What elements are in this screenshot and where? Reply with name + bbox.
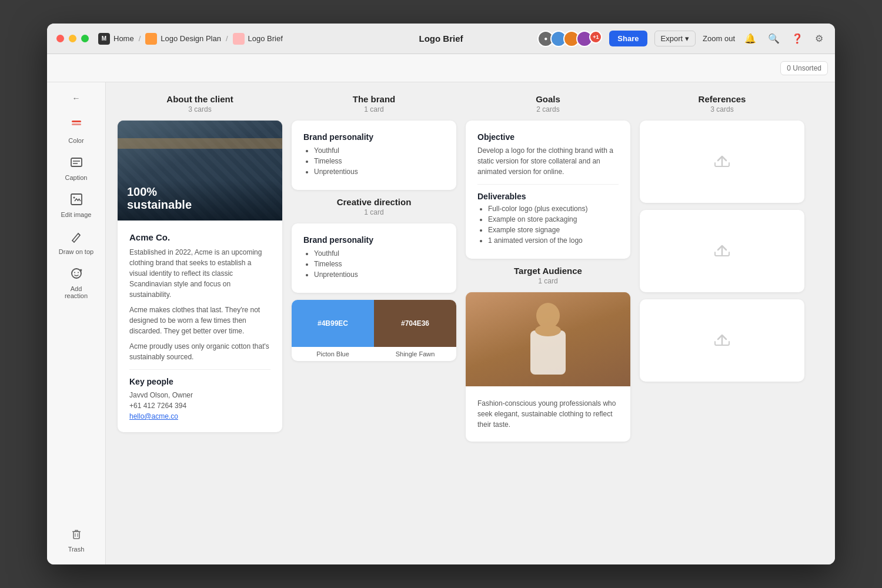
references-subtitle: 3 cards [640, 105, 804, 113]
creative-personality-list: Youthful Timeless Unpretentious [303, 249, 445, 279]
key-people-section: Key people Javvd Olson, Owner +61 412 72… [129, 369, 270, 420]
target-audience-header: Target Audience 1 card [466, 266, 630, 285]
breadcrumb-sep1: / [139, 34, 141, 43]
goals-subtitle: 2 cards [466, 105, 630, 113]
cd-item-1: Timeless [314, 260, 445, 268]
goals-header: Goals 2 cards [466, 94, 630, 113]
key-people-phone: +61 412 7264 394 [129, 402, 270, 410]
plan-label[interactable]: Logo Design Plan [161, 34, 221, 43]
share-button[interactable]: Share [609, 31, 647, 46]
breadcrumb: M Home / Logo Design Plan / Logo Brief [98, 33, 537, 45]
about-client-column: About the client 3 cards 100% sustainabl… [118, 94, 282, 442]
references-header: References 3 cards [640, 94, 804, 113]
sidebar-item-draw-on-top[interactable]: Draw on top [53, 225, 100, 260]
color-label: Color [68, 137, 83, 144]
content-area: About the client 3 cards 100% sustainabl… [106, 82, 835, 564]
objective-desc: Develop a logo for the clothing brand wi… [477, 145, 619, 177]
about-client-card: 100% sustainable Acme Co. Established in… [118, 121, 282, 432]
home-label[interactable]: Home [113, 34, 134, 43]
svg-rect-18 [530, 330, 566, 375]
svg-point-10 [78, 272, 79, 273]
sidebar-back-button[interactable]: ← [65, 89, 88, 107]
breadcrumb-plan[interactable]: Logo Design Plan [145, 33, 221, 45]
svg-point-19 [535, 325, 561, 336]
client-desc3: Acme proudly uses only organic cotton th… [129, 341, 270, 362]
brand-personality-list: Youthful Timeless Unpretentious [303, 146, 445, 176]
key-people-name: Javvd Olson, Owner [129, 391, 270, 399]
breadcrumb-brief[interactable]: Logo Brief [233, 33, 283, 45]
deliverables-title: Deliverables [477, 192, 619, 201]
about-client-title: About the client [118, 94, 282, 104]
goals-card: Objective Develop a logo for the clothin… [466, 121, 630, 259]
zoom-button[interactable]: Zoom out [703, 34, 735, 43]
add-reaction-icon [70, 267, 83, 283]
swatch-shingle-fawn: #704E36 Shingle Fawn [374, 300, 456, 361]
sidebar-item-edit-image[interactable]: Edit image [53, 188, 100, 223]
jeans-text-line1: 100% [127, 185, 192, 198]
brand-personality-inner: Brand personality Youthful Timeless Unpr… [292, 121, 456, 190]
client-desc1: Established in 2022, Acme is an upcoming… [129, 247, 270, 300]
edit-image-label: Edit image [61, 211, 92, 218]
ref-card-2[interactable] [640, 210, 804, 292]
help-icon[interactable]: ❓ [789, 31, 806, 46]
brand-header: The brand 1 card [292, 94, 456, 113]
sidebar-item-add-reaction[interactable]: Add reaction [53, 262, 100, 304]
brand-column: The brand 1 card Brand personality Youth… [292, 94, 456, 442]
upload-icon-3 [710, 329, 734, 352]
caption-label: Caption [65, 174, 88, 181]
svg-point-6 [73, 197, 75, 199]
trash-icon [70, 527, 83, 543]
close-button[interactable] [56, 35, 64, 42]
client-name: Acme Co. [129, 232, 270, 242]
page-title: Logo Brief [419, 34, 463, 44]
swatch-label-2: Shingle Fawn [374, 347, 456, 361]
del-item-0: Full-color logo (plus executions) [488, 205, 619, 213]
sidebar-item-caption[interactable]: Caption [53, 151, 100, 186]
draw-on-top-label: Draw on top [59, 248, 93, 255]
target-audience-image [466, 292, 630, 386]
sidebar-item-color[interactable]: Color [53, 114, 100, 149]
brand-personality-card: Brand personality Youthful Timeless Unpr… [292, 121, 456, 190]
export-button[interactable]: Export ▾ [654, 31, 696, 46]
export-label: Export [661, 34, 683, 43]
breadcrumb-home[interactable]: M Home [98, 33, 134, 45]
add-reaction-label: Add reaction [59, 285, 94, 299]
key-people-title: Key people [129, 377, 270, 386]
svg-rect-0 [72, 121, 81, 122]
main-area: ← Color Caption Edit image [47, 82, 835, 564]
cd-item-2: Unpretentious [314, 270, 445, 279]
titlebar: M Home / Logo Design Plan / Logo Brief L… [47, 24, 835, 54]
titlebar-actions: ● +1 Share Export ▾ Zoom out 🔔 🔍 ❓ ⚙ [537, 31, 826, 47]
edit-image-icon [70, 193, 83, 209]
svg-rect-1 [72, 123, 81, 125]
avatar-5: +1 [589, 31, 602, 44]
key-people-email[interactable]: hello@acme.co [129, 412, 270, 420]
settings-icon[interactable]: ⚙ [813, 31, 826, 46]
export-chevron-icon: ▾ [685, 34, 689, 43]
swatch-block-1: #4B99EC [292, 300, 374, 347]
swatch-block-2: #704E36 [374, 300, 456, 347]
brief-label[interactable]: Logo Brief [248, 34, 283, 43]
plan-icon [145, 33, 157, 45]
color-swatches: #4B99EC Picton Blue #704E36 Shingle Fawn [292, 300, 456, 361]
ref-card-1[interactable] [640, 121, 804, 203]
svg-line-7 [78, 233, 80, 235]
minimize-button[interactable] [69, 35, 76, 42]
app-window: M Home / Logo Design Plan / Logo Brief L… [47, 24, 835, 564]
ta-person-svg [513, 298, 583, 380]
notifications-icon[interactable]: 🔔 [742, 31, 759, 46]
search-icon[interactable]: 🔍 [766, 31, 782, 46]
maximize-button[interactable] [81, 35, 89, 42]
ref-card-3[interactable] [640, 299, 804, 382]
sidebar-item-trash[interactable]: Trash [53, 523, 100, 557]
svg-rect-13 [74, 532, 79, 539]
caption-icon [70, 156, 83, 172]
brief-icon [233, 33, 245, 45]
toolbar-strip: 0 Unsorted [47, 54, 835, 82]
upload-icon-1 [710, 150, 734, 173]
brand-personality-title: Brand personality [303, 132, 445, 142]
ta-desc: Fashion-conscious young professionals wh… [477, 398, 619, 430]
svg-point-9 [74, 272, 75, 273]
creative-personality-title: Brand personality [303, 235, 445, 245]
jeans-text-line2: sustainable [127, 198, 192, 211]
